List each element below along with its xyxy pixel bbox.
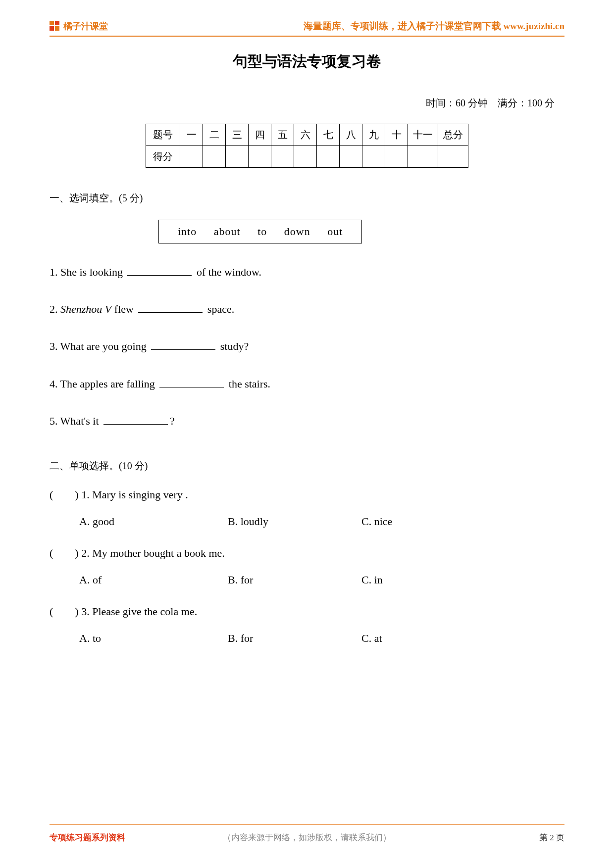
score-col-4: 四 [249, 124, 271, 146]
score-cell [249, 146, 271, 168]
q-pre: 5. What's it [50, 415, 102, 427]
score-row-label: 题号 [146, 124, 180, 146]
mc-option-a[interactable]: A. good [79, 515, 228, 528]
word-bank: into about to down out [158, 220, 362, 243]
mc-option-c[interactable]: C. nice [361, 515, 392, 528]
fill-blank[interactable] [103, 414, 168, 425]
fill-question-2: 2. Shenzhou V flew space. [50, 300, 564, 318]
fill-question-4: 4. The apples are falling the stairs. [50, 375, 564, 392]
score-col-8: 八 [340, 124, 362, 146]
score-cell [203, 146, 226, 168]
fill-blank[interactable] [138, 302, 203, 313]
q-pre: 3. What are you going [50, 340, 149, 352]
score-cell [226, 146, 249, 168]
mc-option-a[interactable]: A. of [79, 574, 228, 586]
fill-blank[interactable] [151, 339, 215, 350]
score-cell [180, 146, 203, 168]
score-cell [294, 146, 317, 168]
mc-option-b[interactable]: B. for [228, 632, 361, 645]
exam-meta: 时间：60 分钟 满分：100 分 [50, 96, 564, 110]
mc-stem-pre: ( ) 3. Please give the cola [50, 605, 181, 618]
q-pre: 2. Shenzhou V flew [50, 303, 136, 315]
logo-icon [50, 21, 60, 32]
score-col-10: 十 [385, 124, 408, 146]
word-option: down [284, 225, 310, 238]
fill-blank[interactable] [159, 377, 224, 387]
footer-series: 专项练习题系列资料 [50, 832, 125, 843]
logo: 橘子汁课堂 [50, 20, 108, 32]
score-cell [385, 146, 408, 168]
mc-stem-post: . [185, 488, 188, 501]
score-col-1: 一 [180, 124, 203, 146]
score-cell [340, 146, 362, 168]
word-option: about [214, 225, 241, 238]
fill-blank[interactable] [127, 265, 192, 276]
mc-question-2: ( ) 2. My mother bought a book me. [50, 546, 564, 561]
mc-question-3: ( ) 3. Please give the cola me. [50, 604, 564, 619]
mc-stem-pre: ( ) 2. My mother bought a book [50, 547, 208, 559]
q-post: study? [217, 340, 249, 352]
full-label: 满分： [498, 97, 527, 108]
header-source-text: 海量题库、专项训练，进入橘子汁课堂官网下载 www.juzizhi.cn [304, 20, 564, 33]
score-col-3: 三 [226, 124, 249, 146]
fill-question-5: 5. What's it ? [50, 412, 564, 430]
mc-option-c[interactable]: C. at [361, 632, 382, 645]
section2-title: 二、单项选择。(10 分) [50, 459, 564, 473]
score-cell [362, 146, 385, 168]
q-post: of the window. [194, 266, 261, 278]
score-row-label: 得分 [146, 146, 180, 168]
footer-note: （内容来源于网络，如涉版权，请联系我们） [223, 832, 391, 843]
page-title: 句型与语法专项复习卷 [50, 51, 564, 72]
score-col-2: 二 [203, 124, 226, 146]
mc-stem-post: me. [208, 547, 224, 559]
footer-page: 第 2 页 [539, 832, 564, 843]
mc-options-3: A. to B. for C. at [79, 632, 564, 645]
score-col-7: 七 [317, 124, 340, 146]
logo-text: 橘子汁课堂 [63, 20, 108, 32]
fill-question-1: 1. She is looking of the window. [50, 263, 564, 281]
mc-option-c[interactable]: C. in [361, 574, 383, 586]
score-cell [317, 146, 340, 168]
mc-option-b[interactable]: B. loudly [228, 515, 361, 528]
mc-stem-pre: ( ) 1. Mary is singing very [50, 488, 185, 501]
page-header: 橘子汁课堂 海量题库、专项训练，进入橘子汁课堂官网下载 www.juzizhi.… [50, 20, 564, 37]
time-value: 60 分钟 [456, 97, 488, 108]
mc-stem-post: me. [181, 605, 197, 618]
q-pre: 1. She is looking [50, 266, 125, 278]
section1-title: 一、选词填空。(5 分) [50, 192, 564, 205]
score-table: 题号 一 二 三 四 五 六 七 八 九 十 十一 总分 得分 [146, 124, 468, 168]
q-post: the stairs. [226, 378, 270, 390]
q-post: ? [170, 415, 175, 427]
time-label: 时间： [426, 97, 456, 108]
page-footer: 专项练习题系列资料 （内容来源于网络，如涉版权，请联系我们） 第 2 页 [50, 824, 564, 843]
word-option: out [327, 225, 343, 238]
table-row: 得分 [146, 146, 468, 168]
score-col-5: 五 [271, 124, 294, 146]
q-post: space. [205, 303, 234, 315]
score-col-9: 九 [362, 124, 385, 146]
full-value: 100 分 [527, 97, 555, 108]
score-cell [438, 146, 468, 168]
word-option: into [178, 225, 197, 238]
q-pre: 4. The apples are falling [50, 378, 157, 390]
mc-options-1: A. good B. loudly C. nice [79, 515, 564, 528]
fill-question-3: 3. What are you going study? [50, 338, 564, 355]
score-col-6: 六 [294, 124, 317, 146]
word-option: to [257, 225, 267, 238]
score-cell [408, 146, 438, 168]
mc-option-b[interactable]: B. for [228, 574, 361, 586]
score-col-11: 十一 [408, 124, 438, 146]
table-row: 题号 一 二 三 四 五 六 七 八 九 十 十一 总分 [146, 124, 468, 146]
score-col-total: 总分 [438, 124, 468, 146]
mc-options-2: A. of B. for C. in [79, 574, 564, 586]
mc-option-a[interactable]: A. to [79, 632, 228, 645]
score-cell [271, 146, 294, 168]
mc-question-1: ( ) 1. Mary is singing very . [50, 487, 564, 502]
